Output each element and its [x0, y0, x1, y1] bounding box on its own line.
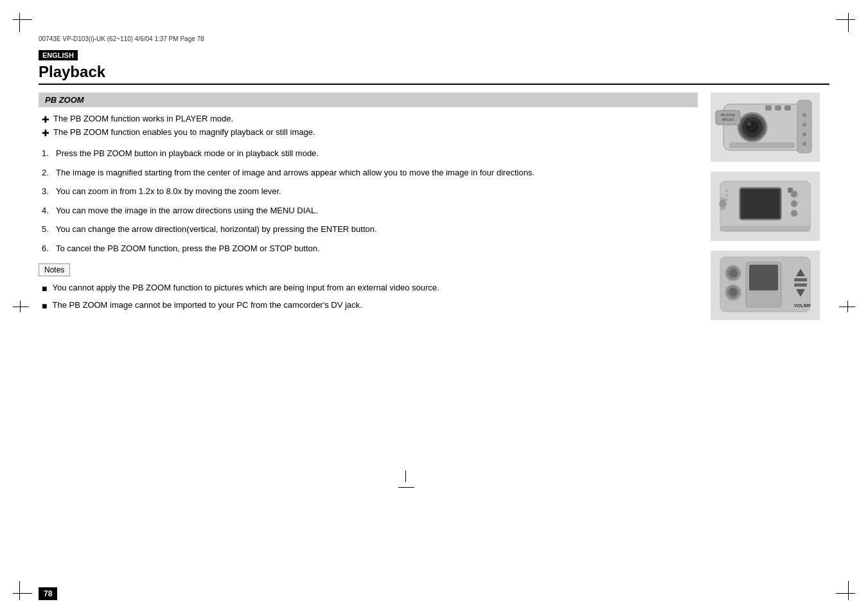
step-5: 5. You can change the arrow direction(ve… [42, 223, 698, 236]
svg-point-27 [720, 200, 726, 207]
notes-section: Notes ■ You cannot apply the PB ZOOM fun… [39, 263, 698, 313]
reg-mark-left-v [20, 301, 21, 312]
page-title: Playback [39, 63, 829, 85]
reg-mark-left-h [13, 306, 29, 307]
step-3: 3. You can zoom in from 1.2x to 8.0x by … [42, 185, 698, 198]
note-bullet-2: ■ [42, 299, 47, 313]
file-info: 00743E VP-D103(i)-UK (62~110) 4/6/04 1:3… [39, 35, 829, 42]
svg-rect-11 [775, 105, 781, 111]
svg-point-29 [725, 194, 728, 197]
left-column: PB ZOOM ✚ The PB ZOOM function works in … [39, 93, 698, 322]
svg-rect-31 [720, 226, 810, 231]
step-1: 1. Press the PB ZOOM button in playback … [42, 147, 698, 160]
crop-mark-tr-v [848, 13, 849, 32]
svg-rect-12 [784, 105, 791, 111]
svg-point-15 [802, 123, 806, 127]
svg-text:PB ZOOM: PB ZOOM [720, 113, 735, 117]
camera-image-3: VOL/MF [711, 251, 829, 322]
crop-mark-br-h [836, 593, 855, 594]
camera-svg-1: PB ZOOM MACRO [711, 93, 820, 162]
svg-rect-43 [794, 283, 807, 287]
note-item-2: ■ The PB ZOOM image cannot be imported t… [39, 299, 698, 313]
crop-mark-tr-h [836, 19, 855, 20]
section-header: PB ZOOM [39, 93, 698, 107]
page-container: 00743E VP-D103(i)-UK (62~110) 4/6/04 1:3… [0, 0, 868, 613]
svg-point-17 [802, 142, 806, 146]
svg-point-30 [725, 199, 728, 201]
svg-point-23 [791, 191, 797, 197]
cross-icon-2: ✚ [42, 128, 49, 138]
svg-text:VOL/MF: VOL/MF [794, 303, 811, 308]
svg-point-28 [725, 190, 728, 192]
intro-bullet-1: ✚ The PB ZOOM function works in PLAYER m… [42, 114, 698, 125]
svg-point-24 [791, 200, 797, 207]
svg-rect-39 [749, 265, 778, 290]
content-area: 00743E VP-D103(i)-UK (62~110) 4/6/04 1:3… [39, 35, 829, 578]
reg-mark-right-v [847, 301, 848, 312]
svg-point-14 [802, 113, 806, 117]
language-badge: ENGLISH [39, 50, 829, 63]
camera-image-1: PB ZOOM MACRO [711, 93, 829, 164]
svg-rect-21 [741, 190, 779, 218]
crop-mark-bl-v [19, 581, 20, 600]
step-2: 2. The image is magnified starting from … [42, 166, 698, 179]
svg-rect-10 [765, 105, 772, 111]
crop-mark-bl-h [13, 593, 32, 594]
svg-point-16 [802, 132, 806, 136]
svg-rect-42 [794, 278, 807, 281]
crop-mark-tl-v [19, 13, 20, 32]
page-number: 78 [39, 587, 57, 600]
notes-label: Notes [39, 263, 70, 276]
intro-bullet-2: ✚ The PB ZOOM function enables you to ma… [42, 127, 698, 138]
intro-bullets: ✚ The PB ZOOM function works in PLAYER m… [39, 114, 698, 138]
main-layout: PB ZOOM ✚ The PB ZOOM function works in … [39, 93, 829, 322]
crop-mark-br-v [848, 581, 849, 600]
right-column: PB ZOOM MACRO [711, 93, 829, 322]
note-item-1: ■ You cannot apply the PB ZOOM function … [39, 281, 698, 296]
svg-rect-13 [730, 143, 794, 148]
svg-text:MACRO: MACRO [722, 118, 734, 121]
camera-svg-3: VOL/MF [711, 251, 820, 320]
svg-point-25 [791, 210, 797, 217]
english-label: ENGLISH [39, 50, 78, 60]
step-6: 6. To cancel the PB ZOOM function, press… [42, 242, 698, 255]
cross-icon-1: ✚ [42, 114, 49, 125]
steps-list: 1. Press the PB ZOOM button in playback … [39, 147, 698, 254]
camera-image-2 [711, 172, 829, 243]
svg-point-6 [747, 122, 751, 126]
crop-mark-tl-h [13, 19, 32, 20]
camera-svg-2 [711, 172, 820, 241]
note-bullet-1: ■ [42, 282, 47, 296]
step-4: 4. You can move the image in the arrow d… [42, 204, 698, 217]
